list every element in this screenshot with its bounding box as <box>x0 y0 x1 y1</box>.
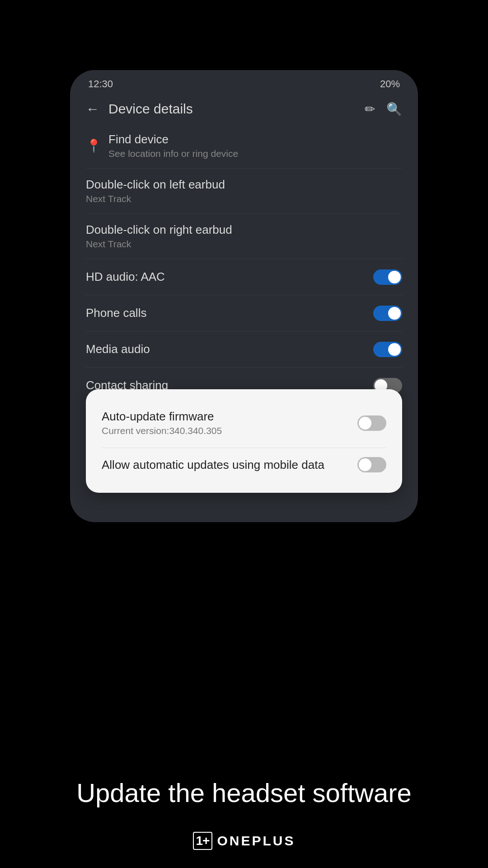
hd-audio-text: HD audio: AAC <box>86 270 373 284</box>
content-area: 📍 Find device See location info or ring … <box>70 123 418 404</box>
double-click-right-text: Double-click on right earbud Next Track <box>86 223 402 250</box>
edit-icon[interactable]: ✏ <box>365 102 375 117</box>
list-item[interactable]: 📍 Find device See location info or ring … <box>86 123 402 169</box>
double-click-left-text: Double-click on left earbud Next Track <box>86 178 402 204</box>
auto-update-subtitle: Current version:340.340.305 <box>102 425 357 436</box>
phone-frame: 12:30 20% ← Device details ✏ 🔍 📍 Find de… <box>70 70 418 522</box>
oneplus-logo: 1+ ONEPLUS <box>0 832 488 850</box>
find-device-subtitle: See location info or ring device <box>108 148 402 159</box>
battery-indicator: 20% <box>380 78 400 90</box>
double-click-right-subtitle: Next Track <box>86 239 402 250</box>
phone-calls-text: Phone calls <box>86 306 373 320</box>
find-device-title: Find device <box>108 132 402 146</box>
media-audio-toggle[interactable] <box>373 342 402 357</box>
media-audio-text: Media audio <box>86 342 373 356</box>
caption-text: Update the headset software <box>76 777 412 810</box>
back-button[interactable]: ← <box>86 101 99 117</box>
list-item[interactable]: Double-click on left earbud Next Track <box>86 169 402 214</box>
brand-name: ONEPLUS <box>217 833 295 849</box>
auto-update-toggle[interactable] <box>357 415 386 431</box>
mobile-data-update-item: Allow automatic updates using mobile dat… <box>102 448 386 479</box>
page-root: 12:30 20% ← Device details ✏ 🔍 📍 Find de… <box>0 0 488 868</box>
phone-calls-toggle[interactable] <box>373 306 402 321</box>
double-click-right-title: Double-click on right earbud <box>86 223 402 237</box>
auto-update-text: Auto-update firmware Current version:340… <box>102 410 357 436</box>
mobile-data-update-title: Allow automatic updates using mobile dat… <box>102 458 357 472</box>
status-right: 20% <box>380 78 400 90</box>
top-icons: ✏ 🔍 <box>365 102 402 117</box>
list-item: Phone calls <box>86 295 402 331</box>
auto-update-card: Auto-update firmware Current version:340… <box>86 389 402 493</box>
hd-audio-title: HD audio: AAC <box>86 270 373 284</box>
mobile-data-update-text: Allow automatic updates using mobile dat… <box>102 458 357 472</box>
search-icon[interactable]: 🔍 <box>386 102 402 117</box>
auto-update-firmware-item: Auto-update firmware Current version:340… <box>102 403 386 443</box>
top-bar: ← Device details ✏ 🔍 <box>70 94 418 123</box>
media-audio-title: Media audio <box>86 342 373 356</box>
list-item: Media audio <box>86 331 402 368</box>
phone-calls-title: Phone calls <box>86 306 373 320</box>
double-click-left-subtitle: Next Track <box>86 193 402 204</box>
page-title: Device details <box>108 101 356 117</box>
hd-audio-toggle[interactable] <box>373 269 402 285</box>
status-bar: 12:30 20% <box>70 70 418 94</box>
list-item: HD audio: AAC <box>86 259 402 295</box>
caption-section: Update the headset software <box>0 777 488 810</box>
status-time: 12:30 <box>88 78 113 90</box>
auto-update-title: Auto-update firmware <box>102 410 357 424</box>
find-device-text: Find device See location info or ring de… <box>108 132 402 159</box>
list-item[interactable]: Double-click on right earbud Next Track <box>86 214 402 259</box>
oneplus-icon: 1+ <box>193 832 213 850</box>
double-click-left-title: Double-click on left earbud <box>86 178 402 192</box>
location-icon: 📍 <box>86 138 108 153</box>
mobile-data-update-toggle[interactable] <box>357 457 386 472</box>
